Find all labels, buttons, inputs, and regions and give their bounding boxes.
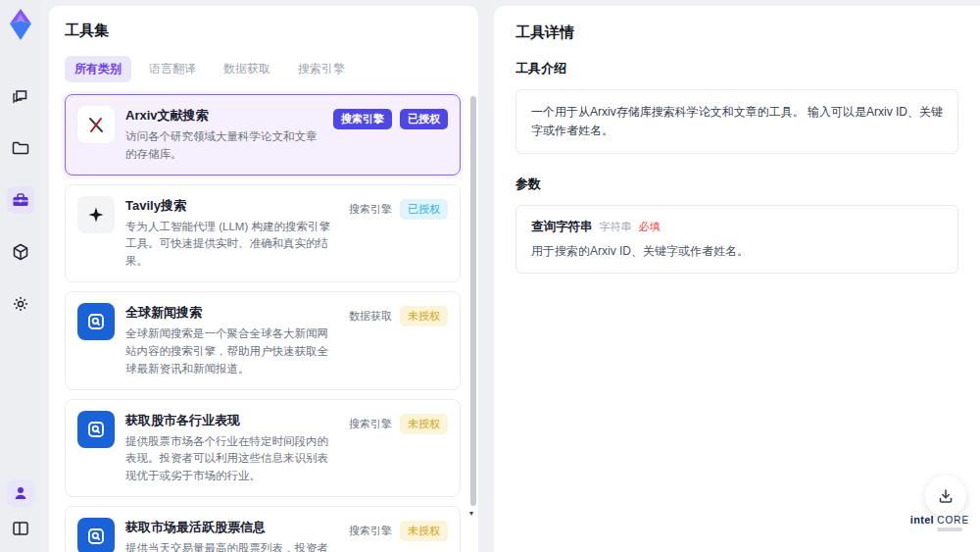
download-icon (937, 487, 955, 505)
scrollbar-thumb[interactable] (470, 96, 476, 506)
download-button[interactable] (925, 476, 966, 517)
cube-icon (11, 242, 30, 262)
tool-description: 全球新闻搜索是一个聚合全球各大新闻网站内容的搜索引擎，帮助用户快速获取全球最新资… (125, 326, 338, 377)
category-label: 数据获取 (349, 309, 392, 324)
folder-icon (11, 138, 30, 158)
sidebar-item-files[interactable] (7, 134, 34, 162)
tab-language-translation[interactable]: 语言翻译 (139, 56, 206, 82)
chat-icon (11, 86, 30, 106)
param-description: 用于搜索的Arxiv ID、关键字或作者姓名。 (531, 243, 943, 260)
param-type: 字符串 (600, 220, 632, 234)
sidebar-item-chat[interactable] (7, 82, 34, 110)
tool-name: 获取市场最活跃股票信息 (125, 519, 338, 536)
intro-heading: 工具介绍 (515, 60, 958, 77)
tool-list-panel: 工具集 所有类别 语言翻译 数据获取 搜索引擎 Arxiv文献搜索 访问各个研究… (49, 6, 478, 552)
app-logo-icon (6, 8, 35, 41)
params-heading: 参数 (515, 176, 958, 193)
sidebar-item-models[interactable] (7, 238, 34, 266)
arxiv-logo-icon (77, 106, 115, 143)
param-name: 查询字符串 (531, 219, 593, 235)
sidebar-item-collapse[interactable] (7, 515, 34, 542)
detail-title: 工具详情 (515, 24, 958, 42)
tool-list: Arxiv文献搜索 访问各个研究领域大量科学论文和文章的存储库。 搜索引擎 已授… (65, 94, 461, 552)
search-icon (77, 518, 115, 552)
intel-sub-mark (937, 527, 962, 531)
tool-name: 获取股市各行业表现 (125, 412, 338, 429)
toolbox-icon (11, 190, 30, 210)
search-icon (77, 411, 115, 448)
category-badge: 搜索引擎 (333, 109, 392, 129)
tool-description: 提供当天交易量最高的股票列表，投资者可以利用这些信息来识别流动性强的股票和潜在的… (125, 540, 338, 552)
tool-card-sector-performance[interactable]: 获取股市各行业表现 提供股票市场各个行业在特定时间段内的表现。投资者可以利用这些… (65, 399, 461, 497)
tool-description: 专为人工智能代理 (LLM) 构建的搜索引擎工具。可快速提供实时、准确和真实的结… (125, 219, 338, 271)
category-tabs: 所有类别 语言翻译 数据获取 搜索引擎 (65, 56, 461, 82)
tool-card-global-news[interactable]: 全球新闻搜索 全球新闻搜索是一个聚合全球各大新闻网站内容的搜索引擎，帮助用户快速… (65, 291, 461, 389)
tab-all-categories[interactable]: 所有类别 (65, 56, 131, 82)
sparkle-icon (77, 196, 115, 233)
tool-card-tavily[interactable]: Tavily搜索 专为人工智能代理 (LLM) 构建的搜索引擎工具。可快速提供实… (65, 184, 461, 282)
auth-badge: 未授权 (400, 521, 448, 541)
core-label: CORE (937, 515, 969, 526)
scroll-down-icon[interactable]: ▾ (469, 511, 477, 517)
category-label: 搜索引擎 (349, 417, 392, 431)
auth-badge: 已授权 (400, 109, 448, 129)
category-label: 搜索引擎 (349, 524, 392, 538)
list-scrollbar[interactable]: ▾ (470, 84, 476, 552)
page-title: 工具集 (65, 22, 461, 40)
tool-description: 提供股票市场各个行业在特定时间段内的表现。投资者可以利用这些信息来识别表现优于或… (125, 433, 338, 485)
tool-name: Tavily搜索 (125, 197, 338, 215)
user-icon (12, 484, 29, 502)
sidebar-item-tools[interactable] (7, 186, 34, 214)
tool-card-most-active-stocks[interactable]: 获取市场最活跃股票信息 提供当天交易量最高的股票列表，投资者可以利用这些信息来识… (65, 506, 461, 552)
left-rail (0, 0, 41, 552)
intro-text-box: 一个用于从Arxiv存储库搜索科学论文和文章的工具。 输入可以是Arxiv ID… (515, 89, 958, 154)
auth-badge: 已授权 (400, 199, 448, 220)
tool-name: 全球新闻搜索 (125, 304, 338, 322)
search-icon (77, 303, 115, 340)
panel-toggle-icon (11, 519, 30, 538)
sidebar-item-settings[interactable] (7, 290, 34, 318)
tool-card-arxiv[interactable]: Arxiv文献搜索 访问各个研究领域大量科学论文和文章的存储库。 搜索引擎 已授… (65, 94, 461, 176)
tab-search-engine[interactable]: 搜索引擎 (288, 56, 355, 82)
param-required-badge: 必填 (639, 220, 661, 234)
tab-data-fetch[interactable]: 数据获取 (214, 56, 280, 82)
tool-detail-panel: 工具详情 工具介绍 一个用于从Arxiv存储库搜索科学论文和文章的工具。 输入可… (494, 6, 980, 552)
tool-name: Arxiv文献搜索 (125, 107, 322, 125)
param-card: 查询字符串 字符串 必填 用于搜索的Arxiv ID、关键字或作者姓名。 (515, 205, 958, 274)
category-label: 搜索引擎 (349, 202, 392, 217)
auth-badge: 未授权 (400, 306, 448, 326)
tool-description: 访问各个研究领域大量科学论文和文章的存储库。 (125, 128, 322, 164)
auth-badge: 未授权 (400, 414, 448, 434)
sidebar-item-account[interactable] (7, 479, 34, 507)
gear-icon (11, 294, 30, 314)
intel-core-logo: intel CORE (909, 514, 970, 531)
intel-label: intel (910, 514, 934, 526)
